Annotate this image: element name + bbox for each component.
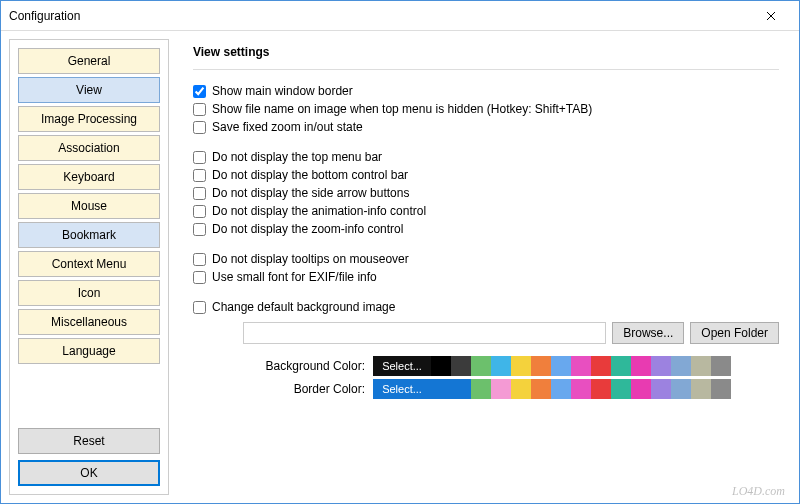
border-color-swatches [431,379,731,399]
checkbox[interactable] [193,271,206,284]
color-swatch[interactable] [671,356,691,376]
browse-button[interactable]: Browse... [612,322,684,344]
checkbox[interactable] [193,121,206,134]
category-mouse[interactable]: Mouse [18,193,160,219]
checkbox[interactable] [193,223,206,236]
bg-image-path-input[interactable] [243,322,606,344]
checkbox[interactable] [193,187,206,200]
color-swatch[interactable] [611,356,631,376]
color-swatch[interactable] [551,356,571,376]
color-swatch[interactable] [431,379,451,399]
border-color-row: Border Color: Select... [193,379,779,399]
color-swatch[interactable] [531,379,551,399]
color-swatch[interactable] [451,379,471,399]
checkbox-label: Do not display the zoom-info control [212,222,403,236]
checkbox-group-3: Do not display tooltips on mouseoverUse … [193,252,779,284]
checkbox-row[interactable]: Do not display the animation-info contro… [193,204,779,218]
checkbox-row[interactable]: Do not display the bottom control bar [193,168,779,182]
category-view[interactable]: View [18,77,160,103]
checkbox-label: Do not display the side arrow buttons [212,186,409,200]
checkbox[interactable] [193,103,206,116]
checkbox-row[interactable]: Change default background image [193,300,779,314]
color-swatch[interactable] [691,379,711,399]
reset-button[interactable]: Reset [18,428,160,454]
divider [193,69,779,70]
body: GeneralViewImage ProcessingAssociationKe… [1,31,799,503]
checkbox[interactable] [193,205,206,218]
window-title: Configuration [9,9,80,23]
checkbox[interactable] [193,253,206,266]
border-color-label: Border Color: [193,382,373,396]
color-swatch[interactable] [651,379,671,399]
color-swatch[interactable] [631,356,651,376]
checkbox-row[interactable]: Show main window border [193,84,779,98]
checkbox-group-1: Show main window borderShow file name on… [193,84,779,134]
titlebar: Configuration [1,1,799,31]
category-association[interactable]: Association [18,135,160,161]
color-swatch[interactable] [711,379,731,399]
color-swatch[interactable] [511,356,531,376]
checkbox-label: Use small font for EXIF/file info [212,270,377,284]
open-folder-button[interactable]: Open Folder [690,322,779,344]
checkbox-group-2: Do not display the top menu barDo not di… [193,150,779,236]
color-swatch[interactable] [471,379,491,399]
checkbox-row[interactable]: Do not display the top menu bar [193,150,779,164]
checkbox-label: Do not display the animation-info contro… [212,204,426,218]
category-bookmark[interactable]: Bookmark [18,222,160,248]
bg-color-swatches [431,356,731,376]
checkbox[interactable] [193,301,206,314]
color-swatch[interactable] [551,379,571,399]
checkbox-label: Show file name on image when top menu is… [212,102,592,116]
checkbox-row[interactable]: Show file name on image when top menu is… [193,102,779,116]
checkbox[interactable] [193,151,206,164]
color-swatch[interactable] [491,356,511,376]
color-swatch[interactable] [691,356,711,376]
color-swatch[interactable] [711,356,731,376]
main-panel: View settings Show main window borderSho… [173,31,799,503]
color-swatch[interactable] [531,356,551,376]
bg-image-path-row: Browse... Open Folder [243,322,779,344]
color-swatch[interactable] [511,379,531,399]
color-swatch[interactable] [651,356,671,376]
color-swatch[interactable] [591,356,611,376]
checkbox-row[interactable]: Do not display the side arrow buttons [193,186,779,200]
checkbox-row[interactable]: Do not display tooltips on mouseover [193,252,779,266]
checkbox-label: Show main window border [212,84,353,98]
category-context-menu[interactable]: Context Menu [18,251,160,277]
checkbox-row[interactable]: Save fixed zoom in/out state [193,120,779,134]
color-swatch[interactable] [491,379,511,399]
category-miscellaneous[interactable]: Miscellaneous [18,309,160,335]
bg-color-select-button[interactable]: Select... [373,356,431,376]
color-swatch[interactable] [451,356,471,376]
color-swatch[interactable] [671,379,691,399]
sidebar: GeneralViewImage ProcessingAssociationKe… [9,39,169,495]
category-keyboard[interactable]: Keyboard [18,164,160,190]
color-swatch[interactable] [591,379,611,399]
ok-button[interactable]: OK [18,460,160,486]
checkbox[interactable] [193,85,206,98]
checkbox-label: Do not display the bottom control bar [212,168,408,182]
checkbox-row[interactable]: Do not display the zoom-info control [193,222,779,236]
category-language[interactable]: Language [18,338,160,364]
bg-color-row: Background Color: Select... [193,356,779,376]
border-color-select-button[interactable]: Select... [373,379,431,399]
close-button[interactable] [751,2,791,30]
checkbox[interactable] [193,169,206,182]
checkbox-row[interactable]: Use small font for EXIF/file info [193,270,779,284]
category-icon[interactable]: Icon [18,280,160,306]
color-swatch[interactable] [611,379,631,399]
category-list: GeneralViewImage ProcessingAssociationKe… [18,48,160,424]
checkbox-label: Save fixed zoom in/out state [212,120,363,134]
color-swatch[interactable] [431,356,451,376]
close-icon [766,11,776,21]
color-swatch[interactable] [471,356,491,376]
color-swatch[interactable] [631,379,651,399]
category-image-processing[interactable]: Image Processing [18,106,160,132]
color-swatch[interactable] [571,356,591,376]
color-swatch[interactable] [571,379,591,399]
checkbox-label: Do not display tooltips on mouseover [212,252,409,266]
bg-color-label: Background Color: [193,359,373,373]
category-general[interactable]: General [18,48,160,74]
config-window: Configuration GeneralViewImage Processin… [0,0,800,504]
watermark: LO4D.com [732,484,785,499]
